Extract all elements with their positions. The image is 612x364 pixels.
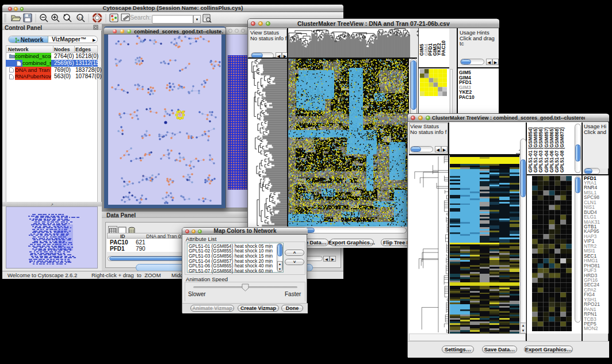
svg-text:1:1: 1:1 — [78, 16, 82, 20]
svg-text:Search:: Search: — [130, 14, 151, 21]
svg-text:GPL51-08 (GSM872): GPL51-08 (GSM872) — [559, 127, 565, 173]
svg-text:PAC10: PAC10 — [441, 40, 446, 56]
